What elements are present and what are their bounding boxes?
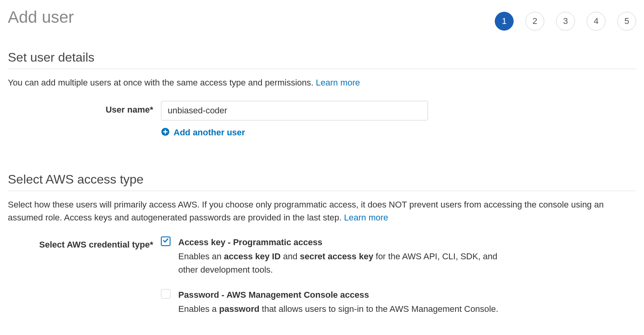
set-user-details-desc-text: You can add multiple users at once with …: [8, 78, 316, 87]
set-user-details-heading: Set user details: [8, 50, 636, 69]
password-option: Password - AWS Management Console access…: [161, 288, 636, 316]
user-name-input[interactable]: [161, 101, 428, 120]
check-icon: [163, 237, 169, 245]
learn-more-access-type-link[interactable]: Learn more: [344, 213, 388, 222]
access-key-option-desc: Enables an access key ID and secret acce…: [178, 250, 512, 277]
step-2[interactable]: 2: [525, 12, 544, 31]
add-another-user-button[interactable]: Add another user: [161, 127, 636, 138]
stepper: 1 2 3 4 5: [495, 8, 636, 31]
svg-rect-2: [165, 130, 166, 134]
step-1[interactable]: 1: [495, 12, 514, 31]
password-checkbox[interactable]: [161, 289, 170, 299]
access-key-option-title: Access key - Programmatic access: [178, 236, 512, 249]
password-option-title: Password - AWS Management Console access: [178, 288, 498, 302]
set-user-details-description: You can add multiple users at once with …: [8, 76, 636, 89]
add-another-user-label: Add another user: [174, 127, 245, 138]
access-key-checkbox[interactable]: [161, 237, 170, 246]
step-5[interactable]: 5: [617, 12, 636, 31]
password-option-desc: Enables a password that allows users to …: [178, 302, 498, 316]
plus-circle-icon: [161, 127, 170, 138]
user-name-label: User name*: [8, 101, 161, 115]
access-key-option: Access key - Programmatic access Enables…: [161, 236, 636, 277]
select-access-type-heading: Select AWS access type: [8, 172, 636, 191]
select-access-type-desc-text: Select how these users will primarily ac…: [8, 200, 604, 222]
step-3[interactable]: 3: [556, 12, 575, 31]
select-access-type-description: Select how these users will primarily ac…: [8, 198, 636, 224]
page-title: Add user: [8, 8, 74, 27]
credential-type-label: Select AWS credential type*: [8, 236, 161, 250]
learn-more-user-details-link[interactable]: Learn more: [316, 78, 360, 87]
step-4[interactable]: 4: [587, 12, 606, 31]
